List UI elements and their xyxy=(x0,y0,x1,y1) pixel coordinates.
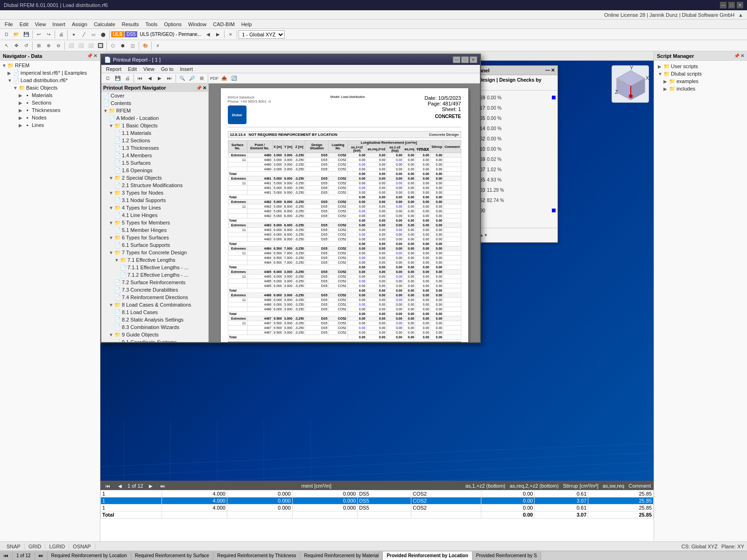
bp-first-btn[interactable]: ⏮ xyxy=(103,481,113,490)
status-snap[interactable]: SNAP xyxy=(3,544,25,549)
menu-insert[interactable]: Insert xyxy=(49,21,68,28)
status-grid[interactable]: GRID xyxy=(25,544,46,549)
pw-tb-refresh[interactable]: 🔄 xyxy=(229,74,239,83)
tab-nav-last[interactable]: ⏭ xyxy=(35,552,48,560)
tree-file-1[interactable]: ▶ 📄 imperical test.rf6* | Examples xyxy=(0,69,100,77)
bp-prev-btn[interactable]: ◀ xyxy=(115,481,125,490)
menu-assign[interactable]: Assign xyxy=(69,21,90,28)
pw-menu-view[interactable]: View xyxy=(141,66,157,72)
rnav-1-5[interactable]: 📄1.5 Surfaces xyxy=(101,159,208,167)
rnav-4[interactable]: ▼📁4 Types for Lines xyxy=(101,204,208,211)
rnav-1-basic[interactable]: ▼📁1 Basic Objects xyxy=(101,122,208,129)
tb-view-side[interactable]: ⬜ xyxy=(76,41,85,50)
sm-includes[interactable]: ▶ 📁 includes xyxy=(656,85,745,92)
menu-edit[interactable]: Edit xyxy=(17,21,31,28)
rnav-7-2[interactable]: 📄7.2 Surface Reinforcements xyxy=(101,279,208,286)
rnav-5[interactable]: ▼📁5 Types for Members xyxy=(101,219,208,226)
rnav-7-1-1[interactable]: 📄7.1.1 Effective Lengths - ... xyxy=(101,264,208,271)
tb-new[interactable]: 🗋 xyxy=(2,30,11,39)
tb-render[interactable]: 🎨 xyxy=(141,41,150,50)
tree-thicknesses[interactable]: ▶ ▪ Thicknesses xyxy=(0,106,100,114)
rnav-8-3[interactable]: 📄8.3 Combination Wizards xyxy=(101,323,208,331)
rnav-contents[interactable]: 📄Contents xyxy=(101,99,208,107)
rnav-1-1[interactable]: 📄1.1 Materials xyxy=(101,129,208,137)
tree-lines[interactable]: ▶ ▪ Lines xyxy=(0,121,100,129)
report-nav-close[interactable]: ✕ xyxy=(203,85,206,91)
tb-node[interactable]: ● xyxy=(69,30,78,39)
rnav-8-1[interactable]: 📄8.1 Load Cases xyxy=(101,308,208,316)
report-nav-pin[interactable]: 📌 xyxy=(196,85,202,91)
tree-rfem-root[interactable]: ▼ 📁 RFEM xyxy=(0,62,100,69)
sm-user-scripts[interactable]: ▶ 📁 User scripts xyxy=(656,63,745,70)
tb-zoom-out[interactable]: ⊖ xyxy=(54,41,63,50)
pw-menu-edit[interactable]: Edit xyxy=(125,66,140,72)
pw-tb-save[interactable]: 💾 xyxy=(113,74,122,83)
rnav-rfem[interactable]: ▼📁RFEM xyxy=(101,107,208,114)
tb-zoom-in[interactable]: ⊕ xyxy=(44,41,53,50)
printout-maximize-btn[interactable]: □ xyxy=(461,56,469,63)
cp-minimize-icon[interactable]: — xyxy=(545,68,550,73)
tb-view-top[interactable]: ⬜ xyxy=(86,41,95,50)
menu-help[interactable]: Help xyxy=(239,21,255,28)
tb-show-numbers[interactable]: # xyxy=(153,41,162,50)
pw-tb-export[interactable]: 📤 xyxy=(219,74,229,83)
pw-menu-goto[interactable]: Go to xyxy=(158,66,176,72)
pw-tb-export-pdf[interactable]: PDF xyxy=(210,74,219,83)
menu-options[interactable]: Options xyxy=(161,21,184,28)
rnav-2-1[interactable]: 📄2.1 Structure Modifications xyxy=(101,182,208,189)
tab-req-by-material[interactable]: Required Reinforcement by Material xyxy=(300,552,383,560)
menu-cad-bim[interactable]: CAD-BIM xyxy=(210,21,237,28)
pw-tb-print[interactable]: 🖨 xyxy=(123,74,132,83)
tree-materials[interactable]: ▶ ▪ Materials xyxy=(0,91,100,99)
rnav-1-4[interactable]: 📄1.4 Members xyxy=(101,152,208,159)
tree-basic-objects[interactable]: ▼ 📁 Basic Objects xyxy=(0,84,100,91)
pw-tb-next[interactable]: ▶ xyxy=(155,74,164,83)
pw-tb-zoom-out[interactable]: 🔎 xyxy=(187,74,197,83)
rnav-9[interactable]: ▼📁9 Guide Objects xyxy=(101,331,208,338)
sm-dlubal-scripts[interactable]: ▼ 📁 Dlubal scripts xyxy=(656,70,745,77)
pw-tb-zoom-in[interactable]: 🔍 xyxy=(177,74,187,83)
pw-tb-fit[interactable]: ⊞ xyxy=(197,74,206,83)
tab-prov-by-s[interactable]: Provided Reinforcement by S xyxy=(472,552,541,560)
rnav-7-1-2[interactable]: 📄7.1.2 Effective Lengths - ... xyxy=(101,271,208,279)
tree-nodes[interactable]: ▶ ▪ Nodes xyxy=(0,114,100,121)
tb-surface[interactable]: ▭ xyxy=(89,30,98,39)
tab-nav-first[interactable]: ⏮ xyxy=(0,552,13,560)
tb-member[interactable]: ⬤ xyxy=(99,30,108,39)
menu-calculate[interactable]: Calculate xyxy=(91,21,118,28)
tb-view-front[interactable]: ⬜ xyxy=(66,41,76,50)
tb-view-3d[interactable]: 🔲 xyxy=(96,41,105,50)
tb-line[interactable]: ╱ xyxy=(79,30,88,39)
tb-wire[interactable]: ⬡ xyxy=(108,41,118,50)
rnav-7-1[interactable]: ▼📁7.1 Effective Lengths xyxy=(101,256,208,264)
maximize-button[interactable]: □ xyxy=(728,2,735,8)
rnav-6-1[interactable]: 📄6.1 Surface Supports xyxy=(101,241,208,249)
tab-req-by-location[interactable]: Required Reinforcement by Location xyxy=(48,552,131,560)
menu-view[interactable]: View xyxy=(32,21,49,28)
status-osnap[interactable]: OSNAP xyxy=(69,544,95,549)
pw-tb-first[interactable]: ⏮ xyxy=(135,74,145,83)
close-button[interactable]: ✕ xyxy=(737,2,743,8)
license-expand-icon[interactable]: ▲ xyxy=(738,12,743,18)
sm-examples[interactable]: ▶ 📁 examples xyxy=(656,77,745,85)
tb-select[interactable]: ↖ xyxy=(2,41,11,50)
tree-file-2[interactable]: ▼ 📄 Load distribution.rf6* xyxy=(0,77,100,84)
printout-minimize-btn[interactable]: — xyxy=(453,56,460,63)
rnav-7-3[interactable]: 📄7.3 Concrete Durabilities xyxy=(101,286,208,294)
coordinate-system-dropdown[interactable]: 1 - Global XYZ xyxy=(239,30,285,39)
rnav-8-2[interactable]: 📄8.2 Static Analysis Settings xyxy=(101,316,208,323)
tb-view-reset[interactable]: ✕ xyxy=(226,30,235,39)
rnav-8[interactable]: ▼📁8 Load Cases & Combinations xyxy=(101,301,208,308)
sm-close-icon[interactable]: ✕ xyxy=(740,53,744,58)
menu-results[interactable]: Results xyxy=(119,21,142,28)
rnav-7[interactable]: ▼📁7 Types for Concrete Design xyxy=(101,249,208,256)
pw-menu-insert[interactable]: Insert xyxy=(177,66,196,72)
report-page-content[interactable]: 93414 Saladuck Phone: +49 965/3 9001 -0 … xyxy=(209,84,480,342)
tb-solid[interactable]: ⬢ xyxy=(118,41,127,50)
bp-last-btn[interactable]: ⏭ xyxy=(158,481,168,490)
rnav-3[interactable]: ▼📁3 Types for Nodes xyxy=(101,189,208,196)
minimize-button[interactable]: — xyxy=(720,2,726,8)
rnav-1-3[interactable]: 📄1.3 Thicknesses xyxy=(101,144,208,152)
pw-tb-last[interactable]: ⏭ xyxy=(165,74,174,83)
nav-pin-icon[interactable]: 📌 xyxy=(87,53,92,58)
